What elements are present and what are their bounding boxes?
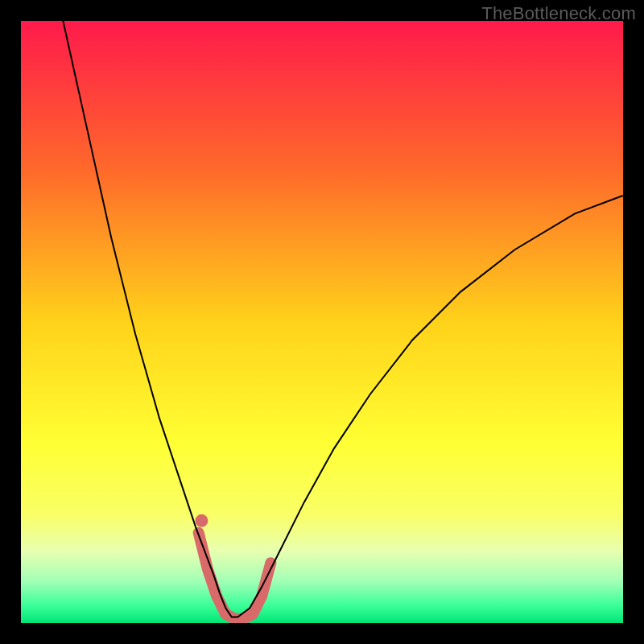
- watermark-text: TheBottleneck.com: [481, 3, 636, 24]
- chart-frame: [21, 21, 623, 623]
- bottleneck-chart: [21, 21, 623, 623]
- point-highlight-dot: [195, 514, 208, 527]
- gradient-background: [21, 21, 623, 623]
